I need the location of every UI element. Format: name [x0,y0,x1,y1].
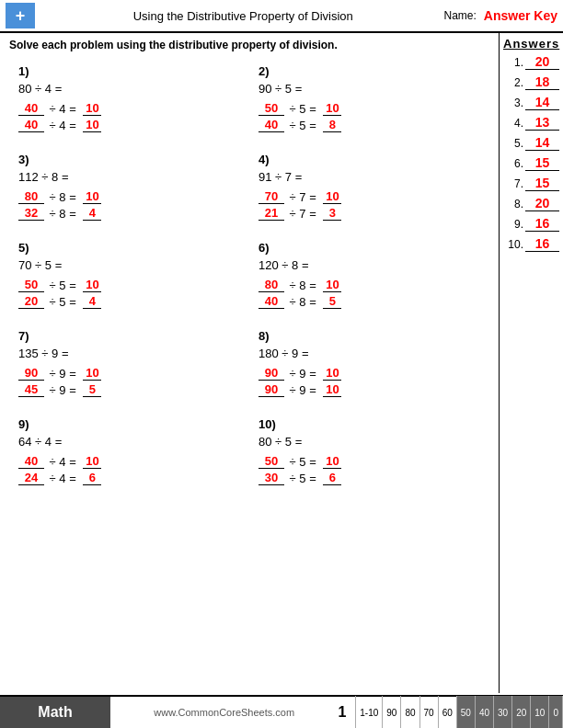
dist-line-1-2: 40 ÷ 4 = 10 [18,118,240,132]
problem-block-5: 5)70 ÷ 5 = 50 ÷ 5 = 10 20 ÷ 5 = 4 [9,235,249,324]
problem-label-10: 10) [259,417,480,431]
score-range-0: 1-10 [356,696,383,728]
header: + Using the Distributive Property of Div… [0,0,563,33]
answer-num-3: 3. [503,97,523,109]
dist-result-8-1: 10 [323,366,341,381]
name-label: Name: [444,9,477,22]
dist-part-9-2: 24 [18,471,44,485]
problem-block-10: 10)80 ÷ 5 = 50 ÷ 5 = 10 30 ÷ 5 = 6 [249,412,489,500]
dist-result-10-1: 10 [323,454,341,469]
dist-line-6-2: 40 ÷ 8 = 5 [259,294,480,309]
score-range-9: 10 [531,696,549,728]
problem-label-1: 1) [18,64,240,78]
problem-equation-7: 135 ÷ 9 = [18,347,240,360]
dist-line-2-1: 50 ÷ 5 = 10 [259,101,480,116]
dist-op-5-1: ÷ 5 = [46,279,79,292]
dist-part-6-2: 40 [259,294,284,309]
dist-part-5-1: 50 [18,278,44,292]
dist-result-7-1: 10 [83,366,101,381]
answer-item-9: 9. 16 [503,216,559,232]
answers-sidebar: Answers 1. 20 2. 18 3. 14 4. 13 5. 14 6.… [499,33,563,693]
page-title: Using the Distributive Property of Divis… [42,9,444,23]
problem-block-7: 7)135 ÷ 9 = 90 ÷ 9 = 10 45 ÷ 9 = 5 [9,324,249,412]
dist-result-4-1: 10 [323,189,341,204]
dist-op-6-1: ÷ 8 = [286,279,319,292]
answer-item-10: 10. 16 [503,236,559,252]
answer-num-6: 6. [503,157,523,170]
problem-block-4: 4)91 ÷ 7 = 70 ÷ 7 = 10 21 ÷ 7 = 3 [249,147,489,235]
dist-op-9-1: ÷ 4 = [46,455,79,469]
footer-website: www.CommonCoreSheets.com [110,707,338,718]
score-range-10: 0 [549,696,563,728]
problem-equation-9: 64 ÷ 4 = [18,435,240,449]
answer-item-6: 6. 15 [503,155,559,171]
score-range-2: 80 [401,696,419,728]
dist-part-8-1: 90 [259,366,284,381]
dist-part-4-2: 21 [259,206,284,221]
score-range-6: 40 [476,696,494,728]
problem-block-9: 9)64 ÷ 4 = 40 ÷ 4 = 10 24 ÷ 4 = 6 [9,412,249,500]
answer-val-2: 18 [525,74,559,90]
answer-num-7: 7. [503,177,523,190]
dist-op-4-1: ÷ 7 = [286,190,319,204]
dist-op-10-1: ÷ 5 = [286,455,319,469]
answer-val-6: 15 [525,155,559,171]
main-wrapper: Solve each problem using the distributiv… [0,33,563,693]
dist-line-9-1: 40 ÷ 4 = 10 [18,454,240,469]
answer-num-2: 2. [503,76,523,89]
score-range-1: 90 [383,696,401,728]
dist-op-1-1: ÷ 4 = [46,102,79,116]
dist-result-3-2: 4 [83,206,101,221]
dist-result-1-2: 10 [83,118,101,132]
dist-line-8-2: 90 ÷ 9 = 10 [259,382,480,397]
problem-label-3: 3) [18,153,240,166]
score-range-3: 70 [420,696,439,728]
dist-part-4-1: 70 [259,189,284,204]
dist-op-8-2: ÷ 9 = [286,383,319,397]
dist-op-10-2: ÷ 5 = [286,472,319,485]
dist-op-9-2: ÷ 4 = [46,472,79,485]
instructions: Solve each problem using the distributiv… [9,39,489,51]
answer-val-1: 20 [525,54,559,70]
dist-op-8-1: ÷ 9 = [286,367,319,381]
dist-result-6-2: 5 [323,294,341,309]
score-range-4: 60 [439,696,457,728]
problem-equation-2: 90 ÷ 5 = [259,82,480,96]
answer-val-9: 16 [525,216,559,232]
dist-op-4-2: ÷ 7 = [286,207,319,221]
answer-item-1: 1. 20 [503,54,559,70]
problem-label-5: 5) [18,241,240,255]
dist-line-10-2: 30 ÷ 5 = 6 [259,471,480,485]
dist-result-6-1: 10 [323,278,341,292]
dist-line-7-1: 90 ÷ 9 = 10 [18,366,240,381]
dist-line-4-2: 21 ÷ 7 = 3 [259,206,480,221]
answer-item-4: 4. 13 [503,115,559,131]
problem-equation-6: 120 ÷ 8 = [259,258,480,272]
problem-label-9: 9) [18,417,240,431]
answer-num-1: 1. [503,56,523,69]
dist-op-2-1: ÷ 5 = [286,102,319,116]
footer-page: 1 [338,704,346,721]
answer-num-4: 4. [503,117,523,130]
dist-part-6-1: 80 [259,278,284,292]
score-range-8: 20 [512,696,531,728]
problem-equation-3: 112 ÷ 8 = [18,170,240,184]
dist-result-5-1: 10 [83,278,101,292]
dist-result-2-2: 8 [323,118,341,132]
dist-op-3-1: ÷ 8 = [46,190,79,204]
answer-num-8: 8. [503,198,523,210]
problem-equation-5: 70 ÷ 5 = [18,258,240,272]
problems-area: Solve each problem using the distributiv… [0,33,499,693]
dist-part-10-2: 30 [259,471,284,485]
dist-result-7-2: 5 [83,382,101,397]
answer-item-5: 5. 14 [503,135,559,151]
logo-icon: + [6,3,35,28]
problem-equation-8: 180 ÷ 9 = [259,347,480,360]
dist-result-8-2: 10 [323,382,341,397]
dist-op-6-2: ÷ 8 = [286,295,319,309]
dist-part-5-2: 20 [18,294,44,309]
dist-line-2-2: 40 ÷ 5 = 8 [259,118,480,132]
answer-item-3: 3. 14 [503,95,559,110]
dist-result-3-1: 10 [83,189,101,204]
dist-result-4-2: 3 [323,206,341,221]
